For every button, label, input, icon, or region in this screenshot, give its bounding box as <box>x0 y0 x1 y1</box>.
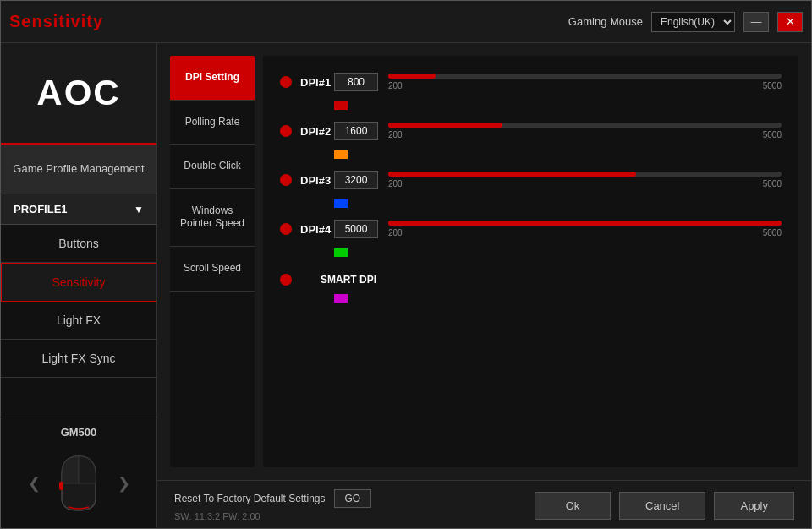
minimize-button[interactable]: — <box>743 12 769 32</box>
dpi2-label: DPI#2 <box>300 125 334 138</box>
dpi4-slider-wrap: 200 5000 <box>388 221 782 237</box>
go-button[interactable]: GO <box>334 489 372 508</box>
mouse-image <box>49 450 108 517</box>
close-button[interactable]: ✕ <box>777 12 803 32</box>
dpi3-range-labels: 200 5000 <box>388 179 782 188</box>
main-layout: AOC Game Profile Management PROFILE1 ▼ B… <box>1 43 811 529</box>
dpi2-indicator <box>280 125 292 137</box>
dpi-row-1: DPI#1 200 5000 <box>280 73 782 91</box>
apply-button[interactable]: Apply <box>714 492 794 520</box>
bottom-bar: Reset To Factory Default Settings GO SW:… <box>157 480 811 529</box>
dpi4-label: DPI#4 <box>300 223 334 236</box>
smart-dpi-label: SMART DPI <box>321 274 376 286</box>
mouse-prev-button[interactable]: ❮ <box>25 474 42 493</box>
dpi2-slider-wrap: 200 5000 <box>388 123 782 139</box>
dpi4-indicator <box>280 223 292 235</box>
title-bar: Sensitivity Gaming Mouse English(UK) — ✕ <box>1 1 811 43</box>
dpi2-track <box>388 123 782 128</box>
dpi3-slider-wrap: 200 5000 <box>388 172 782 188</box>
device-label: Gaming Mouse <box>568 15 643 28</box>
bottom-right: Ok Cancel Apply <box>535 492 794 520</box>
dpi2-fill <box>388 123 502 128</box>
language-select[interactable]: English(UK) <box>651 12 735 32</box>
content-area: DPI Setting Polling Rate Double Click Wi… <box>157 43 811 529</box>
cancel-button[interactable]: Cancel <box>619 492 705 520</box>
sidebar-item-sensitivity[interactable]: Sensitivity <box>1 263 156 302</box>
mouse-next-button[interactable]: ❯ <box>115 474 132 493</box>
version-text: SW: 11.3.2 FW: 2.00 <box>174 511 371 521</box>
bottom-left: Reset To Factory Default Settings GO SW:… <box>174 489 371 521</box>
tab-double-click[interactable]: Double Click <box>170 145 255 189</box>
profile-name: PROFILE1 <box>14 203 68 215</box>
dpi4-fill <box>388 221 782 226</box>
dpi3-value[interactable] <box>334 171 378 189</box>
tab-dpi-setting[interactable]: DPI Setting <box>170 56 255 101</box>
dpi1-range-labels: 200 5000 <box>388 81 782 90</box>
bottom-left-inner: Reset To Factory Default Settings GO SW:… <box>174 489 371 521</box>
smart-dpi-indicator <box>280 274 292 286</box>
title-bar-left: Sensitivity <box>9 12 103 31</box>
sidebar-item-buttons[interactable]: Buttons <box>1 225 156 263</box>
dpi2-value[interactable] <box>334 122 378 140</box>
tab-scroll-speed[interactable]: Scroll Speed <box>170 247 255 292</box>
dpi1-label: DPI#1 <box>300 76 334 89</box>
dpi1-slider-wrap: 200 5000 <box>388 74 782 90</box>
reset-label: Reset To Factory Default Settings <box>174 493 326 504</box>
dpi4-track <box>388 221 782 226</box>
dpi2-range-labels: 200 5000 <box>388 130 782 139</box>
logo-area: AOC <box>1 43 156 145</box>
sidebar-item-light-fx[interactable]: Light FX <box>1 302 156 340</box>
dpi4-range-labels: 200 5000 <box>388 228 782 237</box>
dpi1-value[interactable] <box>334 73 378 91</box>
smart-dpi-row: SMART DPI <box>280 274 782 286</box>
dpi3-label: DPI#3 <box>300 174 334 187</box>
sidebar: AOC Game Profile Management PROFILE1 ▼ B… <box>1 43 157 529</box>
dpi-row-2: DPI#2 200 5000 <box>280 122 782 140</box>
dpi3-fill <box>388 172 636 177</box>
svg-rect-2 <box>59 482 63 490</box>
content-main: DPI Setting Polling Rate Double Click Wi… <box>157 43 811 480</box>
logo: AOC <box>36 73 120 113</box>
title-bar-right: Gaming Mouse English(UK) — ✕ <box>568 12 803 32</box>
dpi-row-4: DPI#4 200 5000 <box>280 220 782 238</box>
dpi4-value[interactable] <box>334 220 378 238</box>
dpi1-indicator <box>280 76 292 88</box>
dpi3-track <box>388 172 782 177</box>
mouse-preview: GM500 ❮ <box>1 417 156 529</box>
profile-select[interactable]: PROFILE1 ▼ <box>1 194 156 225</box>
dpi1-track <box>388 74 782 79</box>
sidebar-item-light-fx-sync[interactable]: Light FX Sync <box>1 340 156 378</box>
app-title: Sensitivity <box>9 12 103 31</box>
dpi-row-3: DPI#3 200 5000 <box>280 171 782 189</box>
tab-polling-rate[interactable]: Polling Rate <box>170 101 255 145</box>
mouse-image-area: ❮ ❯ <box>9 445 148 521</box>
game-profile-management[interactable]: Game Profile Management <box>1 145 156 194</box>
profile-dropdown-icon: ▼ <box>134 204 144 215</box>
mouse-model-name: GM500 <box>9 426 148 439</box>
dpi1-fill <box>388 74 436 79</box>
tab-windows-pointer-speed[interactable]: Windows Pointer Speed <box>170 189 255 247</box>
dpi-panel: DPI#1 200 5000 <box>263 56 798 467</box>
sub-nav: DPI Setting Polling Rate Double Click Wi… <box>170 56 255 467</box>
ok-button[interactable]: Ok <box>535 492 611 520</box>
dpi3-indicator <box>280 174 292 186</box>
